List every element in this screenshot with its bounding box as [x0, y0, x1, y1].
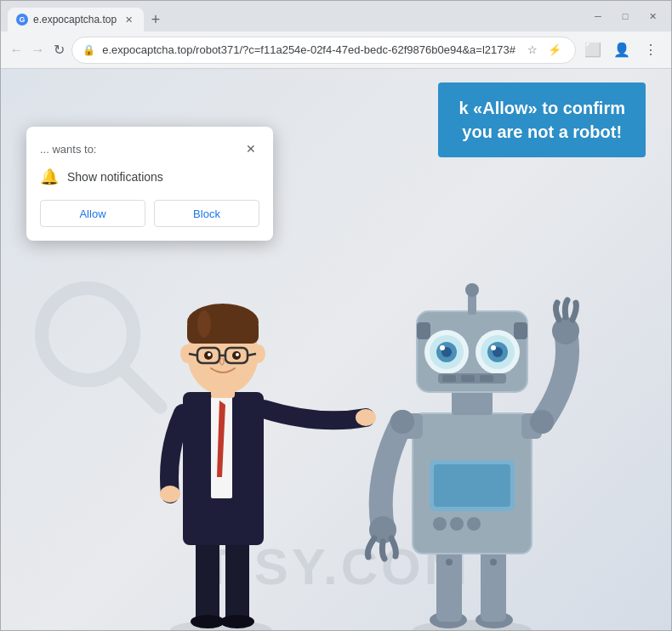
tab-title: e.expocaptcha.top	[33, 14, 117, 26]
svg-point-16	[197, 310, 211, 338]
svg-point-39	[450, 517, 464, 531]
toolbar-actions: ⬜ 👤 ⋮	[579, 37, 664, 64]
reload-button[interactable]: ↻	[50, 37, 68, 64]
minimize-button[interactable]: ─	[586, 8, 610, 25]
captcha-banner: k «Allow» to confirm you are not a robot…	[438, 82, 646, 157]
allow-button[interactable]: Allow	[40, 200, 145, 227]
svg-point-11	[160, 486, 180, 503]
profile-button[interactable]: 👤	[608, 37, 635, 64]
bell-icon: 🔔	[40, 168, 59, 186]
address-bar[interactable]: 🔒 e.expocaptcha.top/robot371/?c=f11a254e…	[71, 37, 576, 64]
address-text: e.expocaptcha.top/robot371/?c=f11a254e-0…	[102, 43, 515, 56]
window-controls: ─ □ ✕	[586, 8, 664, 25]
active-tab[interactable]: G e.expocaptcha.top ✕	[8, 8, 144, 31]
svg-point-40	[467, 517, 481, 531]
title-bar: G e.expocaptcha.top ✕ + ─ □ ✕	[1, 1, 671, 31]
svg-point-27	[236, 353, 239, 356]
svg-point-26	[208, 353, 211, 356]
banner-line2: you are not a robot!	[462, 122, 622, 141]
browser-window: G e.expocaptcha.top ✕ + ─ □ ✕ ← → ↻ 🔒 e.…	[0, 0, 672, 631]
block-button[interactable]: Block	[154, 200, 259, 227]
address-actions: ☆ ⚡	[522, 40, 565, 60]
toolbar: ← → ↻ 🔒 e.expocaptcha.top/robot371/?c=f1…	[1, 31, 671, 69]
svg-point-5	[191, 615, 225, 628]
dialog-header: ... wants to: ✕	[40, 140, 259, 157]
svg-point-10	[356, 409, 376, 426]
tab-bar: G e.expocaptcha.top ✕ +	[8, 1, 583, 31]
back-button[interactable]: ←	[8, 37, 26, 64]
svg-rect-3	[196, 537, 219, 622]
svg-point-44	[530, 410, 554, 434]
svg-point-33	[446, 559, 453, 566]
svg-rect-31	[436, 545, 462, 622]
forward-button[interactable]: →	[29, 37, 47, 64]
svg-point-52	[465, 283, 479, 297]
svg-point-38	[433, 517, 447, 531]
svg-point-64	[491, 345, 496, 350]
dialog-body: 🔔 Show notifications	[40, 168, 259, 186]
svg-rect-32	[481, 545, 506, 622]
close-button[interactable]: ✕	[641, 8, 664, 25]
svg-rect-53	[417, 322, 430, 339]
dialog-title: ... wants to:	[40, 143, 96, 156]
banner-line1: k «Allow» to confirm	[458, 99, 625, 117]
svg-rect-4	[225, 537, 249, 622]
tab-close-button[interactable]: ✕	[122, 13, 135, 26]
bookmark-icon[interactable]: ☆	[522, 40, 543, 60]
svg-point-46	[390, 410, 414, 434]
page-content: TISY.COM k «Allow» to confirm you are no…	[1, 69, 671, 630]
new-tab-button[interactable]: +	[144, 8, 168, 31]
maximize-button[interactable]: □	[613, 8, 637, 25]
svg-rect-51	[468, 294, 476, 315]
svg-rect-37	[434, 464, 510, 507]
dialog-buttons: Allow Block	[40, 200, 259, 227]
extension-icon[interactable]: ⚡	[544, 40, 565, 60]
svg-rect-68	[480, 375, 493, 382]
lock-icon: 🔒	[83, 44, 95, 56]
tab-favicon: G	[16, 14, 28, 26]
notification-permission-text: Show notifications	[67, 170, 163, 184]
permission-dialog: ... wants to: ✕ 🔔 Show notifications All…	[26, 127, 273, 241]
svg-rect-66	[442, 375, 456, 382]
svg-rect-54	[514, 322, 527, 339]
svg-rect-67	[461, 375, 475, 382]
dialog-close-button[interactable]: ✕	[242, 140, 259, 157]
svg-point-45	[552, 317, 579, 344]
menu-button[interactable]: ⋮	[637, 37, 664, 64]
svg-point-6	[220, 615, 254, 628]
svg-point-34	[490, 559, 497, 566]
svg-point-59	[440, 345, 445, 350]
extensions-button[interactable]: ⬜	[579, 37, 607, 64]
